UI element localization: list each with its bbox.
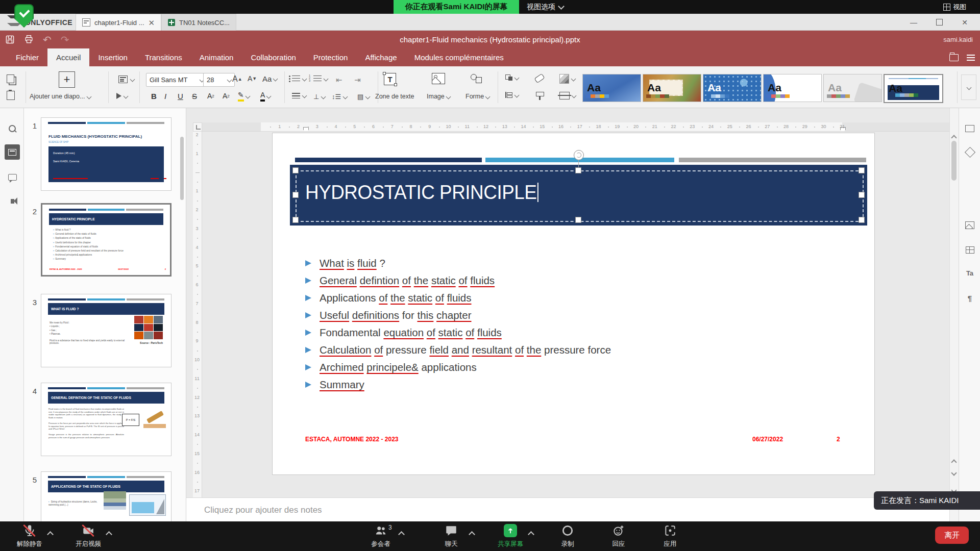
print-icon[interactable] (24, 35, 34, 44)
slide-thumbnails-button[interactable] (5, 144, 20, 160)
expand-caret-icon[interactable] (48, 530, 53, 539)
resize-handle-se[interactable] (859, 217, 865, 223)
subscript-button[interactable]: A2 (223, 92, 230, 100)
menu-tab-collaboration[interactable]: Collaboration (242, 48, 304, 66)
insert-textbox-button[interactable]: T (384, 73, 396, 85)
document-tab-1[interactable]: chapter1-Fluid ...✕ (76, 14, 161, 31)
menu-tab-modules-compl-mentaires[interactable]: Modules complémentaires (406, 48, 512, 66)
add-slide-button[interactable]: + (59, 71, 75, 88)
expand-caret-icon[interactable] (107, 530, 111, 539)
slide-bullet-list[interactable]: What is fluid ?General defintion of the … (305, 257, 841, 396)
bullet-item[interactable]: Fondamental equation of static of fluids (305, 327, 841, 344)
resize-handle-sw[interactable] (292, 217, 299, 223)
slide-thumbnail-1[interactable]: FLUID MECHANICS (HYDROSTATIC PRINCIPAL)S… (41, 117, 172, 191)
theme-thumbnail-5[interactable]: Aa (823, 74, 882, 102)
text-art-settings-button[interactable]: Ta (965, 268, 975, 278)
resize-handle-ne[interactable] (859, 167, 865, 173)
bullet-item[interactable]: Calculation of pressure field and result… (305, 344, 841, 361)
align-shape-button[interactable] (505, 92, 519, 98)
scrollbar-thumb[interactable] (951, 141, 957, 181)
insert-image-button[interactable] (432, 73, 445, 84)
resize-handle-s[interactable] (575, 217, 581, 223)
maximize-button[interactable] (928, 14, 950, 31)
menu-tab-transitions[interactable]: Transitions (136, 48, 191, 66)
font-name-select[interactable]: Gill Sans MT (146, 73, 207, 87)
tab-selector[interactable] (193, 122, 202, 132)
font-color-button[interactable]: A (260, 91, 271, 102)
bullets-button[interactable] (292, 76, 306, 82)
zoom-control-record[interactable]: 录制 (545, 521, 591, 551)
table-settings-button[interactable] (965, 245, 975, 255)
panel-scrollbar-thumb[interactable] (180, 137, 184, 200)
horizontal-ruler[interactable]: 1234567891011121314151617181920212223242… (202, 122, 949, 132)
close-button[interactable]: ✕ (953, 14, 976, 31)
slide-size-button[interactable] (559, 92, 576, 99)
left-indent-marker[interactable] (303, 127, 309, 132)
menu-tab-accueil[interactable]: Accueil (47, 48, 89, 66)
theme-thumbnail-1[interactable]: Aa (582, 74, 641, 102)
menu-tab-insertion[interactable]: Insertion (89, 48, 136, 66)
increase-font-button[interactable]: A▲ (232, 74, 242, 84)
menu-tab-fichier[interactable]: Fichier (7, 48, 47, 66)
notes-area[interactable]: Cliquez pour ajouter des notes (186, 497, 949, 521)
change-case-button[interactable]: Aa (262, 74, 277, 83)
leave-meeting-button[interactable]: 离开 (935, 527, 969, 544)
bullet-item[interactable]: Useful definitions for this chapter (305, 309, 841, 327)
expand-caret-icon[interactable] (529, 530, 533, 539)
insert-textbox-label[interactable]: Zone de texte (375, 93, 414, 100)
highlight-color-button[interactable]: ✎ (238, 91, 250, 102)
insert-shape-button[interactable] (471, 73, 482, 83)
insert-shape-label[interactable]: Forme (465, 93, 489, 100)
add-slide-label-button[interactable]: Ajouter une diapo... (30, 93, 91, 100)
bullet-item[interactable]: Archimed principele& applications (305, 361, 841, 379)
resize-handle-w[interactable] (292, 192, 299, 198)
zoom-control-chat[interactable]: 聊天 (428, 521, 474, 551)
shape-fill-button[interactable] (559, 74, 575, 84)
view-options-button[interactable]: 视图选项 (522, 0, 569, 14)
image-settings-button[interactable] (965, 220, 975, 230)
shape-settings-button[interactable] (965, 147, 975, 157)
comments-button[interactable] (5, 169, 20, 185)
start-slideshow-button[interactable] (116, 93, 128, 99)
superscript-button[interactable]: A2 (207, 92, 214, 100)
copy-style-button[interactable] (536, 92, 544, 96)
redo-icon[interactable]: ↷ (61, 34, 69, 46)
menu-tab-protection[interactable]: Protection (305, 48, 357, 66)
resize-handle-n[interactable] (575, 167, 581, 173)
theme-thumbnail-4[interactable]: Aa (763, 74, 822, 102)
view-mode-button[interactable]: 视图 (943, 0, 966, 14)
zoom-control-participants[interactable]: 3参会者 (358, 521, 404, 551)
resize-handle-nw[interactable] (292, 167, 299, 173)
align-button[interactable] (292, 93, 306, 98)
close-tab-icon[interactable]: ✕ (149, 19, 155, 27)
zoom-control-start-video[interactable]: 开启视频 (65, 521, 111, 551)
bullet-item[interactable]: What is fluid ? (305, 257, 841, 274)
previous-slide-button[interactable] (951, 458, 957, 464)
bullet-item[interactable]: General defintion of the static of fluid… (305, 274, 841, 292)
resize-handle-e[interactable] (859, 192, 865, 198)
columns-button[interactable]: ▤ (357, 93, 370, 101)
underline-button[interactable]: U (178, 92, 183, 101)
bullet-item[interactable]: Applications of the static of fluids (305, 292, 841, 309)
document-tab-2[interactable]: TN01 NotesCC... (161, 14, 236, 31)
strikethrough-button[interactable]: S (192, 92, 197, 101)
theme-thumbnail-3[interactable]: Aa (703, 74, 762, 102)
font-size-select[interactable]: 28 (203, 73, 235, 87)
next-slide-button[interactable] (951, 470, 957, 477)
menu-tab-affichage[interactable]: Affichage (356, 48, 405, 66)
minimize-button[interactable]: — (902, 14, 925, 31)
theme-gallery-expand-button[interactable] (961, 74, 976, 100)
insert-image-label[interactable]: Image (427, 93, 450, 100)
theme-thumbnail-2[interactable]: Aa (643, 74, 701, 102)
expand-caret-icon[interactable] (399, 530, 404, 539)
slide-layout-button[interactable] (118, 76, 134, 83)
zoom-control-reactions[interactable]: 回应 (596, 521, 642, 551)
numbering-button[interactable] (313, 76, 328, 82)
zoom-control-share-screen[interactable]: 共享屏幕 (487, 521, 533, 551)
open-file-location-icon[interactable] (949, 54, 959, 61)
feedback-button[interactable] (5, 193, 20, 209)
slide-thumbnail-3[interactable]: WHAT IS FLUID ?We mean by Fluid :• Liqui… (41, 294, 172, 367)
zoom-control-apps[interactable]: 应用 (647, 521, 693, 551)
decrease-font-button[interactable]: A▼ (248, 74, 257, 83)
undo-icon[interactable]: ↶ (43, 34, 52, 46)
